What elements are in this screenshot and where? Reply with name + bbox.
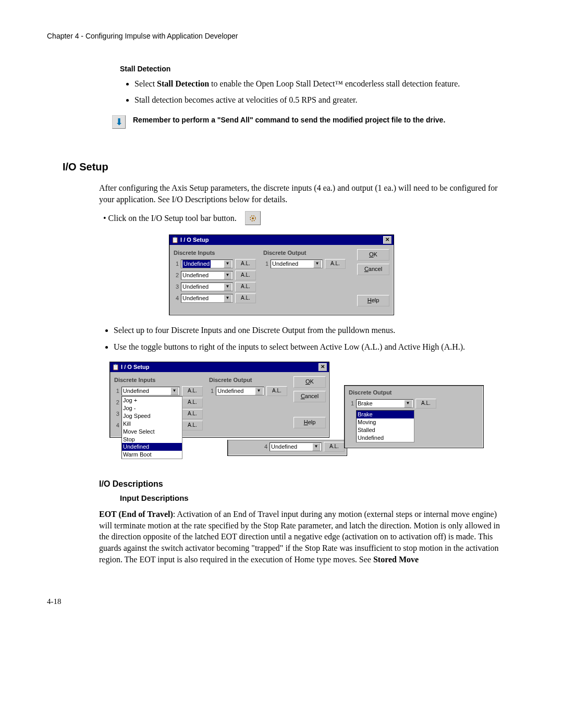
list-item[interactable]: Undefined: [357, 434, 414, 442]
output-dropdown-list[interactable]: Brake Moving Stalled Undefined: [356, 410, 414, 442]
input-row-4: 4 Undefined▼ A.L.: [174, 293, 257, 303]
io-setup-heading: I/O Setup: [63, 160, 516, 174]
stall-bullet-1: Select Stall Detection to enable the Ope…: [134, 78, 516, 90]
output-1-combo[interactable]: Undefined▼: [271, 260, 323, 268]
io-setup-dialog-1: 📋 I / O Setup ✕ Discrete Inputs 1 Undefi…: [169, 235, 394, 315]
io-setup-dialog-2: 📋 I / O Setup ✕ Discrete Inputs 1 Undefi…: [109, 362, 329, 438]
chevron-down-icon[interactable]: ▼: [224, 283, 231, 291]
text: to enable the Open Loop Stall Detect™ en…: [209, 79, 460, 88]
discrete-output-label: Discrete Output: [349, 389, 479, 397]
output-combo-open[interactable]: Brake▼: [356, 399, 413, 408]
chevron-down-icon[interactable]: ▼: [224, 294, 231, 302]
chevron-down-icon[interactable]: ▼: [255, 387, 263, 395]
input-3-combo[interactable]: Undefined▼: [181, 282, 233, 291]
click-text: • Click on the I/O Setup tool bar button…: [103, 213, 237, 224]
list-item[interactable]: Moving: [357, 418, 414, 426]
chapter-header: Chapter 4 - Configuring Impulse with App…: [47, 31, 516, 41]
close-icon[interactable]: ✕: [319, 363, 327, 371]
bold-text: Stall Detection: [157, 79, 209, 88]
row-number: 4: [174, 294, 179, 302]
download-arrow-icon: ⬇: [112, 115, 126, 129]
io-setup-toolbar-icon: [245, 211, 261, 225]
row-number: 2: [174, 272, 179, 279]
row-number: 3: [114, 410, 119, 418]
input-1-combo[interactable]: Undefined▼: [181, 260, 233, 268]
chevron-down-icon[interactable]: ▼: [404, 400, 412, 408]
output-al-toggle[interactable]: A.L.: [415, 399, 436, 409]
chevron-down-icon[interactable]: ▼: [170, 387, 178, 395]
list-item-selected[interactable]: Brake: [357, 411, 414, 418]
note-text: Remember to perform a "Send All" command…: [133, 115, 445, 125]
dialog-title: I / O Setup: [121, 364, 149, 370]
list-item[interactable]: Kill: [122, 420, 182, 428]
combo-value: Undefined: [182, 260, 211, 268]
dialog-titlebar: 📋 I / O Setup ✕: [169, 235, 394, 245]
ok-button[interactable]: OK: [357, 249, 389, 261]
input-2-dropdown-list[interactable]: Jog + Jog - Jog Speed Kill Move Select S…: [121, 396, 182, 459]
io-setup-dialog-strip: 4 Undefined▼ A.L.: [227, 440, 347, 456]
input-4-combo[interactable]: Undefined▼: [181, 294, 233, 303]
input-row-2: 2 Undefined▼ A.L.: [174, 270, 257, 280]
dialog-titlebar: 📋 I / O Setup ✕: [110, 362, 329, 372]
input-4-combo-strip[interactable]: Undefined▼: [270, 442, 322, 451]
row-number: 1: [349, 400, 354, 408]
input-1-al-toggle[interactable]: A.L.: [235, 259, 256, 269]
chevron-down-icon[interactable]: ▼: [313, 260, 321, 268]
combo-value: Undefined: [271, 443, 297, 451]
chevron-down-icon[interactable]: ▼: [312, 443, 320, 451]
combo-value: Undefined: [217, 387, 243, 395]
cancel-button[interactable]: Cancel: [357, 264, 389, 275]
input-2-al-toggle[interactable]: A.L.: [182, 398, 203, 408]
page-number: 4-18: [47, 596, 516, 607]
list-item[interactable]: Jog Speed: [122, 412, 182, 420]
list-item[interactable]: Stalled: [357, 426, 414, 434]
help-button[interactable]: Help: [293, 417, 326, 428]
row-number: 1: [114, 387, 119, 395]
row-number: 1: [263, 260, 268, 268]
io-setup-output-fragment: Discrete Output 1 Brake▼ A.L. Brake Movi…: [344, 385, 484, 448]
chevron-down-icon[interactable]: ▼: [224, 260, 231, 268]
eot-description: EOT (End of Travel): Activation of an En…: [99, 509, 511, 565]
input-2-combo[interactable]: Undefined▼: [181, 271, 233, 280]
list-item[interactable]: Warm Boot: [122, 451, 182, 459]
list-item[interactable]: Jog -: [122, 404, 182, 412]
row-number: 4: [114, 422, 119, 429]
output-1-al-toggle[interactable]: A.L.: [266, 386, 287, 396]
stored-move-bold: Stored Move: [373, 555, 419, 564]
click-toolbar-line: • Click on the I/O Setup tool bar button…: [103, 211, 516, 225]
input-1-al-toggle[interactable]: A.L.: [182, 386, 203, 396]
input-3-al-toggle[interactable]: A.L.: [182, 409, 203, 419]
row-number: 3: [174, 283, 179, 291]
eot-bold: EOT (End of Travel): [99, 510, 173, 519]
text: Select: [134, 79, 157, 88]
discrete-inputs-label: Discrete Inputs: [114, 376, 203, 384]
output-1-al-toggle[interactable]: A.L.: [325, 259, 346, 269]
input-2-al-toggle[interactable]: A.L.: [235, 270, 256, 280]
svg-point-1: [252, 217, 254, 219]
chevron-down-icon[interactable]: ▼: [224, 272, 231, 279]
combo-value: Undefined: [272, 260, 298, 268]
output-1-combo[interactable]: Undefined▼: [216, 387, 264, 396]
input-1-combo[interactable]: Undefined▼: [121, 387, 180, 396]
cancel-button[interactable]: Cancel: [293, 391, 326, 402]
help-button[interactable]: Help: [357, 295, 389, 306]
list-item[interactable]: Stop: [122, 436, 182, 443]
list-item[interactable]: Jog +: [122, 397, 182, 404]
io-bullet-a: Select up to four Discrete Inputs and on…: [114, 325, 516, 336]
row-number: 4: [262, 443, 267, 451]
combo-value: Undefined: [182, 294, 209, 302]
close-icon[interactable]: ✕: [383, 236, 391, 244]
row-number: 1: [209, 387, 214, 395]
input-4-al-toggle[interactable]: A.L.: [235, 293, 256, 303]
list-item[interactable]: Move Select: [122, 428, 182, 436]
al-toggle[interactable]: A.L.: [324, 442, 345, 452]
row-number: 2: [114, 399, 119, 406]
io-setup-intro: After configuring the Axis Setup paramet…: [99, 182, 511, 205]
ok-button[interactable]: OK: [293, 376, 326, 388]
list-item-selected[interactable]: Undefined: [122, 443, 182, 451]
input-row-3: 3 Undefined▼ A.L.: [174, 282, 257, 292]
discrete-output-label: Discrete Output: [209, 376, 287, 384]
input-3-al-toggle[interactable]: A.L.: [235, 282, 256, 292]
stall-bullet-2: Stall detection becomes active at veloci…: [134, 94, 516, 106]
input-4-al-toggle[interactable]: A.L.: [182, 421, 203, 430]
